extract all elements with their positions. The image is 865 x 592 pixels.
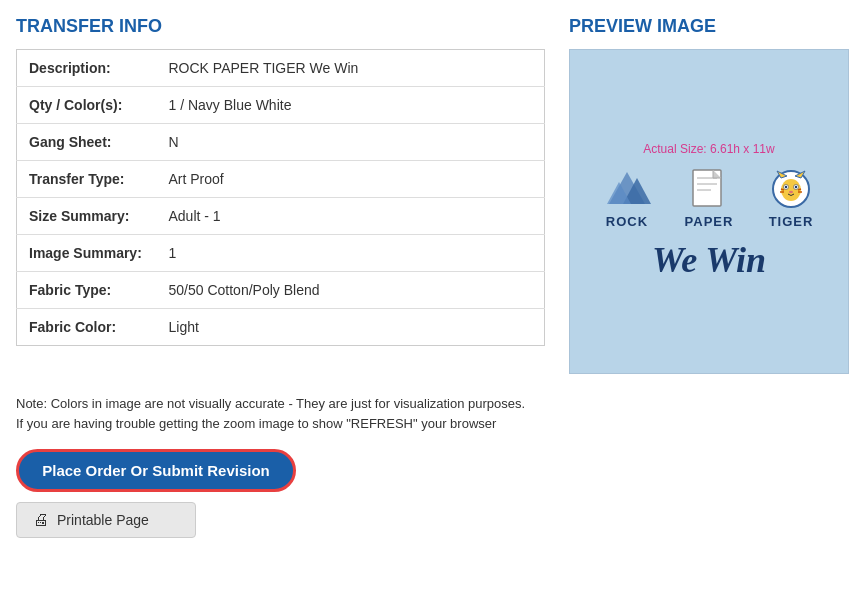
field-value: Adult - 1: [157, 198, 545, 235]
svg-line-21: [798, 189, 801, 190]
top-section: TRANSFER INFO Description:ROCK PAPER TIG…: [16, 16, 849, 374]
preview-content: ROCK PAPER: [586, 168, 832, 281]
field-label: Description:: [17, 50, 157, 87]
field-label: Fabric Color:: [17, 309, 157, 346]
preview-box: Actual Size: 6.61h x 11w ROCK: [569, 49, 849, 374]
we-text: We: [652, 239, 697, 281]
paper-label: PAPER: [685, 214, 734, 229]
tiger-icon-item: TIGER: [765, 168, 817, 229]
field-value: 50/50 Cotton/Poly Blend: [157, 272, 545, 309]
rock-label: ROCK: [606, 214, 648, 229]
transfer-info-panel: TRANSFER INFO Description:ROCK PAPER TIG…: [16, 16, 545, 374]
paper-icon: [683, 168, 735, 210]
printable-label: Printable Page: [57, 512, 149, 528]
paper-icon-item: PAPER: [683, 168, 735, 229]
buttons-section: Place Order Or Submit Revision 🖨 Printab…: [16, 449, 849, 538]
field-label: Qty / Color(s):: [17, 87, 157, 124]
printer-icon: 🖨: [33, 511, 49, 529]
field-label: Gang Sheet:: [17, 124, 157, 161]
field-label: Transfer Type:: [17, 161, 157, 198]
table-row: Image Summary:1: [17, 235, 545, 272]
field-value: Art Proof: [157, 161, 545, 198]
tiger-icon: [765, 168, 817, 210]
table-row: Size Summary:Adult - 1: [17, 198, 545, 235]
preview-panel: PREVIEW IMAGE Actual Size: 6.61h x 11w R…: [569, 16, 849, 374]
table-row: Description:ROCK PAPER TIGER We Win: [17, 50, 545, 87]
field-value: ROCK PAPER TIGER We Win: [157, 50, 545, 87]
svg-point-17: [795, 186, 797, 188]
svg-line-19: [781, 189, 784, 190]
field-value: 1 / Navy Blue White: [157, 87, 545, 124]
printable-page-button[interactable]: 🖨 Printable Page: [16, 502, 196, 538]
win-text: Win: [705, 239, 766, 281]
info-table: Description:ROCK PAPER TIGER We WinQty /…: [16, 49, 545, 346]
actual-size-text: Actual Size: 6.61h x 11w: [643, 142, 774, 156]
note-line1: Note: Colors in image are not visually a…: [16, 394, 849, 414]
we-win-row: We Win: [652, 239, 766, 281]
note-line2: If you are having trouble getting the zo…: [16, 414, 849, 434]
mountain-icon: [601, 168, 653, 210]
icons-row: ROCK PAPER: [586, 168, 832, 229]
table-row: Gang Sheet:N: [17, 124, 545, 161]
table-row: Qty / Color(s):1 / Navy Blue White: [17, 87, 545, 124]
rock-icon-item: ROCK: [601, 168, 653, 229]
svg-point-16: [785, 186, 787, 188]
table-row: Fabric Color:Light: [17, 309, 545, 346]
field-value: 1: [157, 235, 545, 272]
place-order-button[interactable]: Place Order Or Submit Revision: [16, 449, 296, 492]
field-value: N: [157, 124, 545, 161]
field-label: Image Summary:: [17, 235, 157, 272]
table-row: Transfer Type:Art Proof: [17, 161, 545, 198]
table-row: Fabric Type:50/50 Cotton/Poly Blend: [17, 272, 545, 309]
note-section: Note: Colors in image are not visually a…: [16, 394, 849, 433]
transfer-info-title: TRANSFER INFO: [16, 16, 545, 37]
field-label: Fabric Type:: [17, 272, 157, 309]
tiger-label: TIGER: [769, 214, 814, 229]
svg-point-18: [789, 191, 793, 193]
field-value: Light: [157, 309, 545, 346]
field-label: Size Summary:: [17, 198, 157, 235]
preview-title: PREVIEW IMAGE: [569, 16, 849, 37]
